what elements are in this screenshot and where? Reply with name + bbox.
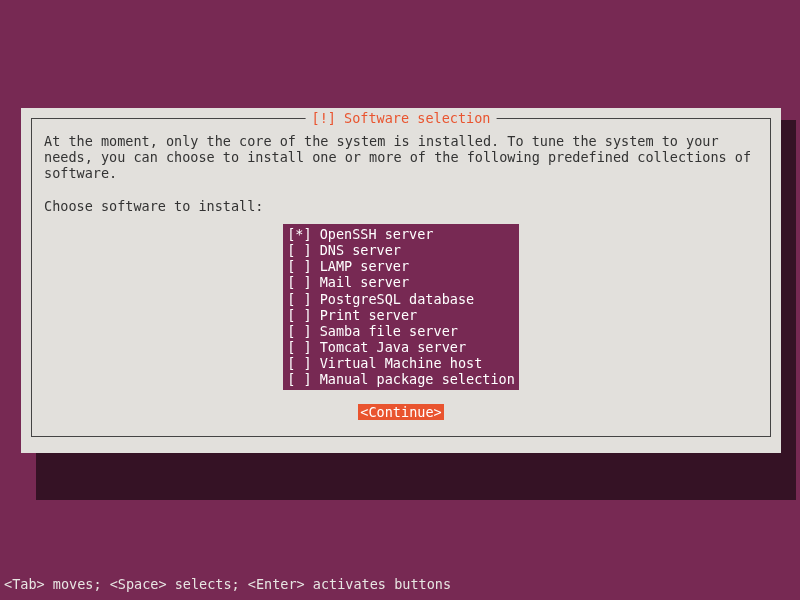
software-item-postgresql-database[interactable]: [ ] PostgreSQL database xyxy=(283,291,519,307)
software-item-mail-server[interactable]: [ ] Mail server xyxy=(283,274,519,290)
software-list[interactable]: [*] OpenSSH server [ ] DNS server [ ] LA… xyxy=(283,224,519,390)
continue-button[interactable]: <Continue> xyxy=(358,404,443,420)
dialog-frame: [!] Software selection At the moment, on… xyxy=(31,118,771,437)
software-list-container: [*] OpenSSH server [ ] DNS server [ ] LA… xyxy=(44,224,758,390)
keyboard-hint: <Tab> moves; <Space> selects; <Enter> ac… xyxy=(4,576,451,592)
software-item-virtual-machine-host[interactable]: [ ] Virtual Machine host xyxy=(283,355,519,371)
software-item-samba-file-server[interactable]: [ ] Samba file server xyxy=(283,323,519,339)
dialog-body-text: At the moment, only the core of the syst… xyxy=(44,133,758,182)
software-item-manual-package-selection[interactable]: [ ] Manual package selection xyxy=(283,371,519,387)
dialog-prompt: Choose software to install: xyxy=(44,198,758,214)
software-item-openssh-server[interactable]: [*] OpenSSH server xyxy=(283,226,519,242)
software-item-dns-server[interactable]: [ ] DNS server xyxy=(283,242,519,258)
software-item-lamp-server[interactable]: [ ] LAMP server xyxy=(283,258,519,274)
software-selection-dialog: [!] Software selection At the moment, on… xyxy=(21,108,781,453)
dialog-title: [!] Software selection xyxy=(306,110,497,126)
continue-row: <Continue> xyxy=(44,404,758,420)
software-item-tomcat-java-server[interactable]: [ ] Tomcat Java server xyxy=(283,339,519,355)
software-item-print-server[interactable]: [ ] Print server xyxy=(283,307,519,323)
